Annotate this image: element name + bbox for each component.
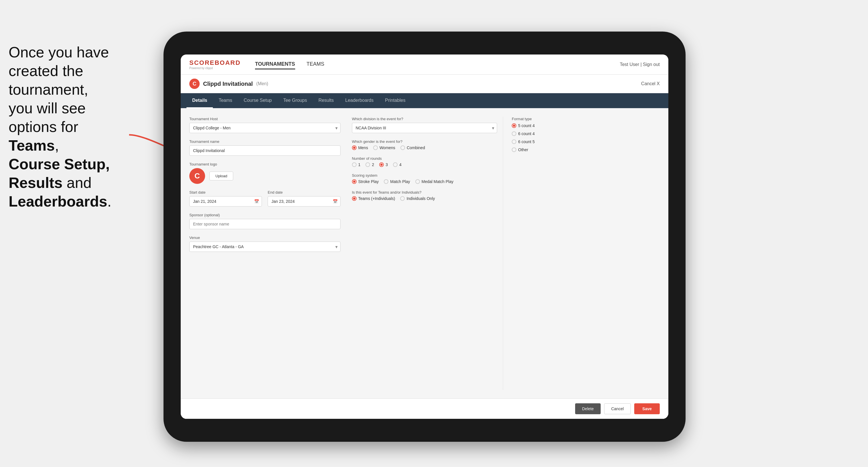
format-label: Format type xyxy=(512,117,660,121)
start-date-label: Start date xyxy=(189,190,262,194)
rounds-1-radio[interactable] xyxy=(352,162,356,167)
format-5count4[interactable]: 5 count 4 xyxy=(512,123,660,128)
scoring-radio-group: Stroke Play Match Play Medal Match Play xyxy=(352,179,497,184)
format-group: Format type 5 count 4 6 count 4 xyxy=(512,117,660,152)
teams-plus-radio[interactable] xyxy=(352,196,356,201)
tab-details[interactable]: Details xyxy=(186,93,213,108)
start-date-input[interactable] xyxy=(189,196,262,207)
gender-mens-radio[interactable] xyxy=(352,146,356,150)
scoring-medal-radio[interactable] xyxy=(415,179,420,184)
upload-button[interactable]: Upload xyxy=(209,172,233,181)
scoring-stroke[interactable]: Stroke Play xyxy=(352,179,379,184)
tab-printables[interactable]: Printables xyxy=(379,93,411,108)
rounds-radio-group: 1 2 3 4 xyxy=(352,162,497,167)
rounds-2-radio[interactable] xyxy=(366,162,370,167)
sponsor-input[interactable] xyxy=(189,219,340,229)
gender-womens-label: Womens xyxy=(379,146,395,150)
top-nav: SCOREBOARD Powered by clippd TOURNAMENTS… xyxy=(181,55,669,74)
tournament-logo-group: Tournament logo C Upload xyxy=(189,162,340,184)
nav-items: TOURNAMENTS TEAMS xyxy=(255,60,620,69)
scoring-match[interactable]: Match Play xyxy=(384,179,410,184)
nav-tournaments[interactable]: TOURNAMENTS xyxy=(255,60,295,69)
logo-sub: Powered by clippd xyxy=(189,67,241,70)
rounds-4-radio[interactable] xyxy=(393,162,398,167)
logo-area: SCOREBOARD Powered by clippd xyxy=(189,59,241,70)
scoring-stroke-radio[interactable] xyxy=(352,179,356,184)
gender-mens[interactable]: Mens xyxy=(352,146,368,150)
format-6count5-radio[interactable] xyxy=(512,139,516,144)
save-button[interactable]: Save xyxy=(634,403,660,414)
tournament-host-select[interactable]: Clippd College - Men xyxy=(189,123,340,133)
individuals-only-radio[interactable] xyxy=(400,196,405,201)
format-6count4-label: 6 count 4 xyxy=(518,131,535,136)
format-5count4-radio[interactable] xyxy=(512,123,516,128)
venue-select[interactable]: Peachtree GC - Atlanta - GA xyxy=(189,242,340,252)
cancel-x-button[interactable]: Cancel X xyxy=(641,81,660,86)
rounds-4[interactable]: 4 xyxy=(393,162,402,167)
cancel-button[interactable]: Cancel xyxy=(604,403,631,414)
venue-label: Venue xyxy=(189,236,340,240)
nav-teams[interactable]: TEAMS xyxy=(307,60,324,69)
instructional-text: Once you have created the tournament, yo… xyxy=(0,37,161,217)
form-column-3: Format type 5 count 4 6 count 4 xyxy=(503,117,660,390)
format-6count4[interactable]: 6 count 4 xyxy=(512,131,660,136)
tournament-logo-label: Tournament logo xyxy=(189,162,340,166)
scoring-label: Scoring system xyxy=(352,173,497,178)
scoring-medal-label: Medal Match Play xyxy=(422,179,454,184)
gender-womens[interactable]: Womens xyxy=(373,146,395,150)
tournament-name-input[interactable] xyxy=(189,146,340,156)
division-select-wrapper: NCAA Division III xyxy=(352,123,497,133)
individuals-only[interactable]: Individuals Only xyxy=(400,196,435,201)
gender-group: Which gender is the event for? Mens Wome… xyxy=(352,139,497,150)
format-6count4-radio[interactable] xyxy=(512,131,516,136)
rounds-3-radio[interactable] xyxy=(379,162,384,167)
tab-tee-groups[interactable]: Tee Groups xyxy=(277,93,313,108)
division-label: Which division is the event for? xyxy=(352,117,497,121)
format-6count5[interactable]: 6 count 5 xyxy=(512,139,660,144)
tab-bar: Details Teams Course Setup Tee Groups Re… xyxy=(181,93,669,108)
gender-combined[interactable]: Combined xyxy=(400,146,425,150)
sponsor-label: Sponsor (optional) xyxy=(189,213,340,217)
format-other[interactable]: Other xyxy=(512,148,660,152)
logo-upload-area: C Upload xyxy=(189,168,340,184)
format-options: 5 count 4 6 count 4 6 count 5 xyxy=(512,123,660,152)
delete-button[interactable]: Delete xyxy=(575,403,600,414)
scoring-match-label: Match Play xyxy=(390,179,410,184)
tab-results[interactable]: Results xyxy=(313,93,339,108)
gender-womens-radio[interactable] xyxy=(373,146,378,150)
logo-preview: C xyxy=(189,168,205,184)
tab-leaderboards[interactable]: Leaderboards xyxy=(340,93,379,108)
division-select[interactable]: NCAA Division III xyxy=(352,123,497,133)
scoring-match-radio[interactable] xyxy=(384,179,389,184)
rounds-2-label: 2 xyxy=(372,162,374,167)
tab-course-setup[interactable]: Course Setup xyxy=(238,93,278,108)
end-date-group: End date 📅 xyxy=(268,190,340,207)
tournament-name-group: Tournament name xyxy=(189,139,340,156)
scoring-medal-match[interactable]: Medal Match Play xyxy=(415,179,454,184)
tournament-header: C Clippd Invitational (Men) Cancel X xyxy=(181,74,669,93)
form-column-2: Which division is the event for? NCAA Di… xyxy=(346,117,503,390)
tournament-gender: (Men) xyxy=(256,81,268,86)
individuals-only-label: Individuals Only xyxy=(406,196,435,201)
tab-teams[interactable]: Teams xyxy=(213,93,238,108)
user-area[interactable]: Test User | Sign out xyxy=(620,62,660,67)
tournament-title-row: C Clippd Invitational (Men) xyxy=(189,79,268,89)
tournament-name: Clippd Invitational xyxy=(203,81,253,87)
format-other-label: Other xyxy=(518,148,528,152)
scoring-group: Scoring system Stroke Play Match Play xyxy=(352,173,497,184)
rounds-3[interactable]: 3 xyxy=(379,162,388,167)
teams-plus-label: Teams (+Individuals) xyxy=(358,196,395,201)
rounds-1[interactable]: 1 xyxy=(352,162,361,167)
gender-combined-radio[interactable] xyxy=(400,146,405,150)
teams-plus-individuals[interactable]: Teams (+Individuals) xyxy=(352,196,395,201)
sponsor-group: Sponsor (optional) xyxy=(189,213,340,229)
form-area: Tournament Host Clippd College - Men Tou… xyxy=(181,108,669,399)
end-date-input[interactable] xyxy=(268,196,340,207)
format-other-radio[interactable] xyxy=(512,148,516,152)
date-row: Start date 📅 End date 📅 xyxy=(189,190,340,213)
rounds-2[interactable]: 2 xyxy=(366,162,374,167)
teams-radio-group: Teams (+Individuals) Individuals Only xyxy=(352,196,497,201)
tournament-icon: C xyxy=(189,79,199,89)
rounds-4-label: 4 xyxy=(399,162,402,167)
gender-combined-label: Combined xyxy=(407,146,425,150)
